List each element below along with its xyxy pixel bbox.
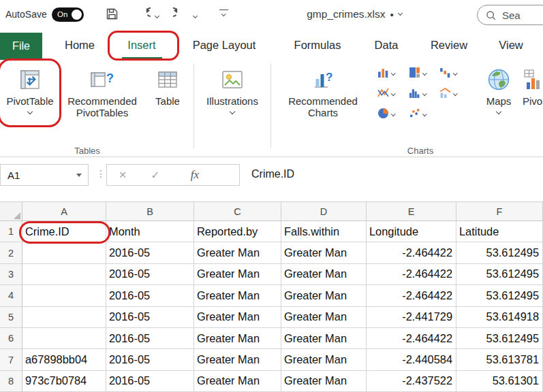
cell-E6[interactable]: -2.464422 bbox=[367, 328, 456, 349]
column-header-B[interactable]: B bbox=[106, 202, 194, 221]
cell-C6[interactable]: Greater Man bbox=[194, 328, 281, 349]
cell-B6[interactable]: 2016-05 bbox=[106, 328, 194, 349]
quick-access-toolbar-button[interactable] bbox=[219, 10, 228, 16]
cell-C1[interactable]: Reported.by bbox=[194, 221, 281, 242]
table-button[interactable]: Table bbox=[144, 64, 191, 107]
autosave-toggle[interactable]: On bbox=[52, 7, 84, 22]
cell-B5[interactable]: 2016-05 bbox=[106, 307, 194, 328]
cell-F3[interactable]: 53.612495 bbox=[456, 264, 543, 285]
cell-B4[interactable]: 2016-05 bbox=[106, 285, 194, 306]
formula-bar-input[interactable]: Crime.ID bbox=[251, 168, 294, 180]
cell-C7[interactable]: Greater Man bbox=[194, 349, 281, 370]
name-box[interactable]: A1 bbox=[0, 164, 89, 186]
document-title[interactable]: gmp_crimes.xlsx • bbox=[286, 8, 422, 20]
cell-C4[interactable]: Greater Man bbox=[194, 285, 281, 306]
cell-E2[interactable]: -2.464422 bbox=[367, 242, 456, 263]
cell-E1[interactable]: Longitude bbox=[367, 221, 456, 242]
cell-B8[interactable]: 2016-05 bbox=[106, 371, 194, 392]
cell-A4[interactable] bbox=[22, 285, 106, 306]
line-scatter-chart-button[interactable] bbox=[377, 87, 395, 99]
name-box-dropdown[interactable] bbox=[70, 165, 88, 185]
column-header-A[interactable]: A bbox=[22, 202, 106, 221]
cell-A7[interactable]: a67898bb04 bbox=[22, 349, 106, 370]
redo-button[interactable] bbox=[173, 7, 187, 23]
row-header-7[interactable]: 7 bbox=[0, 349, 22, 370]
recommended-charts-button[interactable]: ? Recommended Charts bbox=[275, 64, 371, 118]
enter-button[interactable]: ✓ bbox=[138, 169, 172, 182]
cell-D3[interactable]: Greater Man bbox=[281, 264, 367, 285]
row-header-5[interactable]: 5 bbox=[0, 307, 22, 328]
row-header-6[interactable]: 6 bbox=[0, 328, 22, 349]
cell-C8[interactable]: Greater Man bbox=[194, 371, 281, 392]
column-chart-button[interactable] bbox=[377, 67, 395, 78]
undo-dropdown-chevron-icon[interactable] bbox=[155, 14, 159, 18]
cell-C3[interactable]: Greater Man bbox=[194, 264, 281, 285]
tab-home[interactable]: Home bbox=[65, 39, 95, 52]
row-header-1[interactable]: 1 bbox=[0, 221, 22, 242]
pivottable-button[interactable]: PivotTable bbox=[1, 64, 59, 114]
row-header-4[interactable]: 4 bbox=[0, 285, 22, 306]
cell-E8[interactable]: -2.437522 bbox=[367, 371, 456, 392]
column-header-C[interactable]: C bbox=[194, 202, 281, 221]
cell-B7[interactable]: 2016-05 bbox=[106, 349, 194, 370]
cell-F1[interactable]: Latitude bbox=[456, 221, 543, 242]
maps-button[interactable]: Maps bbox=[477, 64, 521, 114]
cell-B2[interactable]: 2016-05 bbox=[106, 242, 194, 263]
pivotchart-button[interactable]: Pivo bbox=[519, 64, 543, 107]
recommended-pivottables-button[interactable]: ? Recommended PivotTables bbox=[61, 64, 143, 118]
cell-F5[interactable]: 53.614918 bbox=[456, 307, 543, 328]
save-button[interactable] bbox=[106, 7, 119, 23]
statistic-chart-button[interactable] bbox=[409, 87, 426, 99]
cell-F6[interactable]: 53.612495 bbox=[456, 328, 543, 349]
cell-B3[interactable]: 2016-05 bbox=[106, 264, 194, 285]
row-header-3[interactable]: 3 bbox=[0, 264, 22, 285]
cell-B1[interactable]: Month bbox=[106, 221, 194, 242]
tab-data[interactable]: Data bbox=[375, 39, 399, 52]
formula-bar-handle-icon[interactable]: ⋮ bbox=[96, 168, 106, 179]
cell-F2[interactable]: 53.612495 bbox=[456, 242, 543, 263]
cell-E7[interactable]: -2.440584 bbox=[367, 349, 456, 370]
tab-formulas[interactable]: Formulas bbox=[294, 39, 341, 52]
cell-E5[interactable]: -2.441729 bbox=[367, 307, 456, 328]
cell-A8[interactable]: 973c7b0784 bbox=[22, 371, 106, 392]
cell-F4[interactable]: 53.612495 bbox=[456, 285, 543, 306]
tab-page-layout[interactable]: Page Layout bbox=[193, 39, 256, 52]
cell-A3[interactable] bbox=[22, 264, 106, 285]
cell-E4[interactable]: -2.464422 bbox=[367, 285, 456, 306]
tab-view[interactable]: View bbox=[499, 39, 523, 52]
cell-A2[interactable] bbox=[22, 242, 106, 263]
cell-C5[interactable]: Greater Man bbox=[194, 307, 281, 328]
cell-D5[interactable]: Greater Man bbox=[281, 307, 367, 328]
column-header-D[interactable]: D bbox=[281, 202, 367, 221]
cell-E3[interactable]: -2.464422 bbox=[367, 264, 456, 285]
redo-dropdown-chevron-icon[interactable] bbox=[193, 14, 198, 18]
tab-insert[interactable]: Insert bbox=[127, 39, 155, 52]
tab-file[interactable]: File bbox=[0, 33, 42, 60]
cell-A6[interactable] bbox=[22, 328, 106, 349]
search-input[interactable]: Sea bbox=[477, 5, 543, 25]
combo-chart-button[interactable] bbox=[439, 87, 457, 99]
cancel-button[interactable]: × bbox=[107, 167, 138, 182]
cell-F8[interactable]: 53.61301 bbox=[456, 371, 543, 392]
cell-A1[interactable]: Crime.ID bbox=[22, 221, 106, 242]
select-all-button[interactable] bbox=[0, 202, 22, 221]
cell-D7[interactable]: Greater Man bbox=[281, 349, 367, 370]
tab-review[interactable]: Review bbox=[431, 39, 467, 52]
cell-D6[interactable]: Greater Man bbox=[281, 328, 367, 349]
cell-D1[interactable]: Falls.within bbox=[281, 221, 367, 242]
waterfall-chart-button[interactable] bbox=[439, 67, 457, 78]
row-header-8[interactable]: 8 bbox=[0, 371, 22, 392]
cell-D2[interactable]: Greater Man bbox=[281, 242, 367, 263]
row-header-2[interactable]: 2 bbox=[0, 242, 22, 263]
cell-A5[interactable] bbox=[22, 307, 106, 328]
column-header-F[interactable]: F bbox=[456, 202, 543, 221]
insert-function-button[interactable]: fx bbox=[172, 168, 217, 182]
cell-D8[interactable]: Greater Man bbox=[281, 371, 367, 392]
cell-D4[interactable]: Greater Man bbox=[281, 285, 367, 306]
pie-chart-button[interactable] bbox=[377, 108, 395, 119]
scatter-chart-button[interactable] bbox=[409, 108, 426, 119]
undo-button[interactable] bbox=[137, 7, 151, 23]
hierarchy-chart-button[interactable] bbox=[409, 67, 426, 78]
cell-C2[interactable]: Greater Man bbox=[194, 242, 281, 263]
column-header-E[interactable]: E bbox=[367, 202, 456, 221]
